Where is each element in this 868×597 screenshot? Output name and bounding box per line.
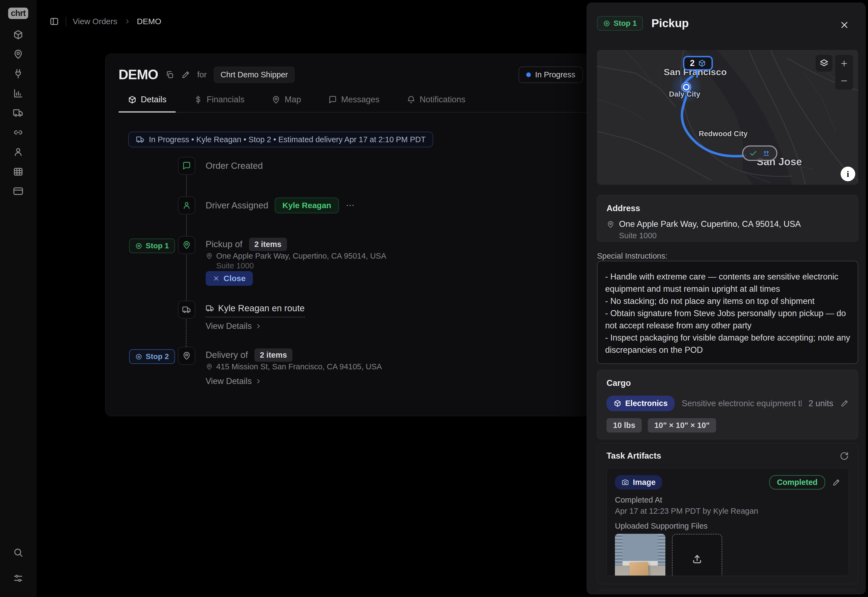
for-label: for	[197, 70, 207, 79]
tab-messages[interactable]: Messages	[319, 95, 389, 112]
order-status-label: In Progress	[535, 70, 575, 79]
truck-icon	[206, 304, 214, 313]
address-title: Address	[606, 203, 849, 213]
cargo-weight-badge: 10 lbs	[606, 418, 642, 432]
layers-icon	[819, 59, 829, 68]
uploaded-photo-thumbnail[interactable]	[615, 534, 665, 576]
timeline-connector	[186, 175, 187, 196]
links-icon[interactable]	[13, 127, 24, 138]
upload-icon	[691, 553, 703, 565]
cargo-dimensions-badge: 10" × 10" × 10"	[648, 418, 716, 432]
task-artifacts-title: Task Artifacts	[606, 451, 661, 461]
timeline-icon-delivery	[178, 347, 195, 365]
timeline-connector-dashed	[186, 319, 187, 347]
next-section-card	[597, 590, 858, 594]
message-icon	[182, 161, 191, 171]
upload-file-dropzone[interactable]	[672, 534, 722, 576]
chevron-right-icon	[124, 18, 130, 25]
map-info-button[interactable]: i	[841, 166, 855, 181]
shipper-chip[interactable]: Chrt Demo Shipper	[214, 67, 295, 83]
stop-2-badge: Stop 2	[129, 349, 175, 364]
cargo-description: Sensitive electronic equipment tha…	[681, 399, 801, 408]
special-instructions-textarea[interactable]: - Handle with extreme care — contents ar…	[597, 261, 858, 364]
fleet-truck-icon[interactable]	[13, 107, 24, 118]
cargo-title: Cargo	[606, 378, 849, 388]
users-icon[interactable]	[13, 147, 24, 157]
timeline-icon-pickup	[178, 236, 195, 254]
artifact-status-badge: Completed	[769, 475, 825, 490]
search-icon[interactable]	[13, 547, 24, 558]
truck-icon	[136, 135, 145, 144]
more-options-icon[interactable]	[345, 200, 355, 210]
driver-chip[interactable]: Kyle Reagan	[275, 198, 339, 213]
view-details-link[interactable]: View Details	[206, 321, 262, 331]
stop-detail-drawer: Stop 1 Pickup S	[587, 3, 865, 594]
timeline-row: Pickup of 2 items	[206, 236, 287, 252]
order-status-badge[interactable]: In Progress	[518, 67, 583, 83]
pickup-address-2: Suite 1000	[216, 261, 254, 270]
breadcrumb-view-orders[interactable]: View Orders	[73, 17, 117, 26]
stop-1-badge: Stop 1	[129, 239, 175, 253]
package-icon	[613, 399, 621, 407]
cargo-units: 2 units	[809, 399, 833, 408]
truck-icon	[182, 305, 191, 314]
target-icon	[135, 242, 142, 249]
pickup-address: One Apple Park Way, Cupertino, CA 95014,…	[206, 251, 386, 260]
chevron-right-icon	[255, 323, 262, 330]
sidebar-toggle-icon[interactable]	[49, 16, 59, 26]
tab-details[interactable]: Details	[118, 95, 176, 112]
integrations-plug-icon[interactable]	[13, 68, 24, 79]
marker-count: 2	[690, 58, 695, 68]
order-title: DEMO	[118, 67, 158, 83]
timeline-row: Driver Assigned Kyle Reagan	[206, 196, 355, 214]
order-summary-banner: In Progress • Kyle Reagan • Stop 2 • Est…	[128, 132, 433, 147]
timeline-row: Order Created	[206, 157, 263, 175]
map-pin-icon	[606, 220, 615, 229]
timeline-row: Delivery of 2 items	[206, 347, 292, 363]
pickup-map-marker[interactable]: 2	[683, 56, 713, 71]
close-stop-button[interactable]: Close	[206, 271, 253, 286]
timeline-connector	[186, 215, 187, 236]
settings-sliders-icon[interactable]	[13, 573, 24, 584]
zoom-in-button[interactable]	[835, 55, 853, 72]
app-logo[interactable]: chrt	[8, 7, 28, 19]
timeline-icon-driver-assigned	[178, 196, 195, 214]
map-pin-icon	[182, 351, 191, 360]
timeline-icon-order-created	[178, 157, 195, 175]
package-icon	[698, 59, 706, 67]
tab-financials[interactable]: Financials	[184, 95, 254, 112]
target-icon	[603, 20, 610, 27]
close-icon[interactable]	[839, 20, 850, 30]
unload-arrows-icon	[762, 149, 770, 157]
copy-icon[interactable]	[165, 70, 174, 79]
address-card: Address One Apple Park Way, Cupertino, C…	[597, 195, 858, 242]
tab-map[interactable]: Map	[262, 95, 310, 112]
edit-pencil-icon[interactable]	[181, 70, 190, 79]
uploaded-files-label: Uploaded Supporting Files	[615, 521, 840, 530]
panel-stop-badge: Stop 1	[597, 16, 643, 31]
locations-pin-icon[interactable]	[13, 49, 24, 60]
view-details-link[interactable]: View Details	[206, 376, 262, 386]
delivery-address: 415 Mission St, San Francisco, CA 94105,…	[206, 362, 382, 371]
cargo-type-badge: Electronics	[606, 396, 675, 411]
map-zoom-control[interactable]	[835, 55, 853, 89]
zoom-out-button[interactable]	[835, 72, 853, 89]
table-grid-icon[interactable]	[13, 166, 24, 177]
stop-map[interactable]: San Francisco Daly City Redwood City San…	[597, 50, 858, 185]
event-label: Delivery of	[206, 350, 248, 360]
tab-notifications[interactable]: Notifications	[397, 95, 475, 112]
edit-pencil-icon[interactable]	[840, 399, 849, 408]
cargo-card: Cargo Electronics Sensitive electronic e…	[597, 370, 858, 440]
order-card: DEMO for Chrt Demo Shipper In Progress D…	[105, 54, 589, 416]
edit-pencil-icon[interactable]	[832, 478, 840, 487]
artifact-item: Image Completed Completed At Apr 17 at 1…	[606, 468, 849, 576]
billing-card-icon[interactable]	[13, 186, 24, 196]
refresh-icon[interactable]	[840, 451, 849, 460]
completed-stop-marker[interactable]	[742, 146, 778, 161]
map-layers-button[interactable]	[816, 55, 832, 72]
items-count-badge: 2 items	[249, 238, 287, 251]
orders-package-icon[interactable]	[13, 29, 24, 40]
tab-bar: Details Financials Map Messages Notifica…	[118, 95, 588, 113]
analytics-chart-icon[interactable]	[13, 88, 24, 99]
timeline-connector	[186, 254, 187, 301]
